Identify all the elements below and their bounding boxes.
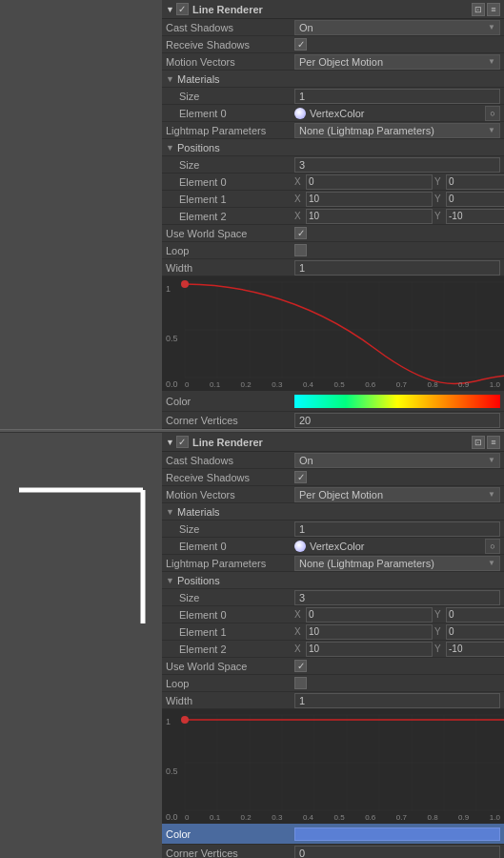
positions-section-2[interactable]: ▼ Positions	[162, 572, 504, 589]
cast-shadows-dropdown-1[interactable]: On	[294, 20, 500, 35]
inspector-header-1: ▼ Line Renderer ⊡ ≡	[162, 0, 504, 19]
element0-mat-label-1: Element 0	[166, 108, 294, 119]
inspector-icon-settings-1[interactable]: ⊡	[472, 3, 485, 16]
motion-vectors-label-2: Motion Vectors	[166, 489, 294, 500]
comp-check-2[interactable]	[176, 436, 189, 448]
graph-y-label-mid-1: 0.5	[166, 334, 178, 343]
pos-element2-row-1: Element 2 X Y Z	[162, 208, 504, 225]
pos-element0-xyz-2: X Y Z	[294, 607, 504, 623]
graph-x-labels-2: 00.10.20.30.40.50.60.70.80.91.0	[185, 813, 500, 822]
positions-size-row-1: Size 3	[162, 156, 504, 174]
pos-element2-xyz-1: X Y Z	[294, 209, 504, 224]
graph-svg-2[interactable]	[185, 715, 500, 808]
positions-label-2: Positions	[177, 575, 220, 586]
pos-e0-y-2[interactable]	[446, 607, 504, 623]
vertex-color-dot-1	[294, 108, 306, 119]
loop-check-1[interactable]	[294, 244, 307, 256]
receive-shadows-check-1[interactable]	[294, 38, 307, 51]
svg-point-35	[181, 716, 189, 724]
motion-vectors-dropdown-2[interactable]: Per Object Motion	[294, 487, 500, 502]
graph-container-1[interactable]: 1 0.5 0.0	[162, 276, 504, 391]
materials-size-input-1[interactable]: 1	[294, 89, 500, 104]
lightmap-label-1: Lightmap Parameters	[166, 125, 294, 136]
inspector-icon-menu-2[interactable]: ≡	[487, 436, 500, 449]
positions-size-input-1[interactable]: 3	[294, 157, 500, 173]
motion-vectors-dropdown-1[interactable]: Per Object Motion	[294, 54, 500, 70]
component-enabled-2[interactable]	[176, 436, 189, 448]
pos-element1-xyz-1: X Y Z	[294, 192, 504, 207]
component-enabled-1[interactable]	[176, 3, 189, 15]
inspector-icon-settings-2[interactable]: ⊡	[472, 436, 485, 449]
lightmap-dropdown-1[interactable]: None (Lightmap Parameters)	[294, 123, 500, 138]
inspector-icon-menu-1[interactable]: ≡	[487, 3, 500, 16]
loop-label-1: Loop	[166, 245, 294, 256]
loop-check-2[interactable]	[294, 677, 307, 689]
materials-section-1[interactable]: ▼ Materials	[162, 71, 504, 88]
element0-pick-1[interactable]: ○	[485, 106, 500, 121]
graph-container-2[interactable]: 1 0.5 0.0	[162, 709, 504, 824]
materials-size-row-1: Size 1	[162, 88, 504, 105]
inspector-title-1: Line Renderer	[192, 4, 472, 15]
pos-element1-row-1: Element 1 X Y Z	[162, 191, 504, 208]
width-label-2: Width	[166, 695, 294, 706]
width-row-2: Width 1	[162, 692, 504, 709]
pos-e2-y-1[interactable]	[446, 209, 504, 224]
use-world-space-check-1[interactable]	[294, 227, 307, 239]
materials-toggle-1: ▼	[166, 74, 175, 84]
graph-svg-1[interactable]	[185, 282, 500, 376]
width-input-1[interactable]: 1	[294, 260, 500, 276]
pos-element0-label-2: Element 0	[166, 609, 294, 621]
graph-y-label-mid-2: 0.5	[166, 766, 178, 776]
pos-e0-x-2[interactable]	[306, 607, 433, 623]
vertex-color-text-1: VertexColor	[310, 108, 364, 119]
pos-e1-y-2[interactable]	[446, 624, 504, 640]
collapse-arrow-1[interactable]: ▼	[166, 5, 174, 14]
pos-e1-x-2[interactable]	[306, 624, 433, 640]
pos-e0-y-1[interactable]	[446, 174, 504, 190]
inspector-title-2: Line Renderer	[192, 437, 472, 448]
cast-shadows-dropdown-2[interactable]: On	[294, 453, 500, 468]
pos-e2-x-1[interactable]	[306, 209, 433, 224]
pos-e1-y-1[interactable]	[446, 192, 504, 207]
receive-shadows-check-2[interactable]	[294, 471, 307, 483]
positions-size-label-1: Size	[166, 159, 294, 171]
viewport-2	[0, 433, 162, 858]
positions-size-input-2[interactable]: 3	[294, 590, 500, 605]
collapse-arrow-2[interactable]: ▼	[166, 438, 174, 447]
inspector-2: ▼ Line Renderer ⊡ ≡ Cast Shadows On Rece…	[162, 433, 504, 858]
pos-e2-y-2[interactable]	[446, 642, 504, 657]
positions-section-1[interactable]: ▼ Positions	[162, 139, 504, 156]
color-bar-2[interactable]	[294, 827, 500, 841]
materials-label-1: Materials	[177, 73, 220, 85]
pos-element2-xyz-2: X Y Z	[294, 642, 504, 657]
motion-vectors-label-1: Motion Vectors	[166, 56, 294, 68]
lightmap-row-2: Lightmap Parameters None (Lightmap Param…	[162, 555, 504, 572]
inspector-1: ▼ Line Renderer ⊡ ≡ Cast Shadows On Rece…	[162, 0, 504, 429]
width-input-2[interactable]: 1	[294, 693, 500, 708]
color-label-2: Color	[166, 828, 294, 840]
positions-label-1: Positions	[177, 142, 220, 153]
pos-e0-x-1[interactable]	[306, 174, 433, 190]
pos-e2-x-2[interactable]	[306, 642, 433, 657]
materials-size-label-1: Size	[166, 91, 294, 102]
corner-vertices-input-2[interactable]: 0	[294, 846, 500, 859]
corner-vertices-input-1[interactable]: 20	[294, 413, 500, 428]
inspector-header-2: ▼ Line Renderer ⊡ ≡	[162, 433, 504, 452]
pos-e1-x-1[interactable]	[306, 192, 433, 207]
color-bar-1[interactable]	[294, 395, 500, 408]
width-row-1: Width 1	[162, 259, 504, 276]
element0-pick-2[interactable]: ○	[485, 539, 500, 554]
use-world-space-check-2[interactable]	[294, 660, 307, 672]
vertex-color-row-2: VertexColor	[294, 541, 485, 552]
comp-check-1[interactable]	[176, 3, 189, 15]
lightmap-row-1: Lightmap Parameters None (Lightmap Param…	[162, 122, 504, 139]
pos-element0-row-2: Element 0 X Y Z	[162, 606, 504, 623]
positions-size-row-2: Size 3	[162, 589, 504, 606]
materials-size-input-2[interactable]: 1	[294, 521, 500, 537]
materials-size-label-2: Size	[166, 523, 294, 535]
materials-size-row-2: Size 1	[162, 521, 504, 538]
viewport-1	[0, 0, 162, 429]
lightmap-dropdown-2[interactable]: None (Lightmap Parameters)	[294, 556, 500, 571]
receive-shadows-label-2: Receive Shadows	[166, 472, 294, 483]
materials-section-2[interactable]: ▼ Materials	[162, 503, 504, 521]
